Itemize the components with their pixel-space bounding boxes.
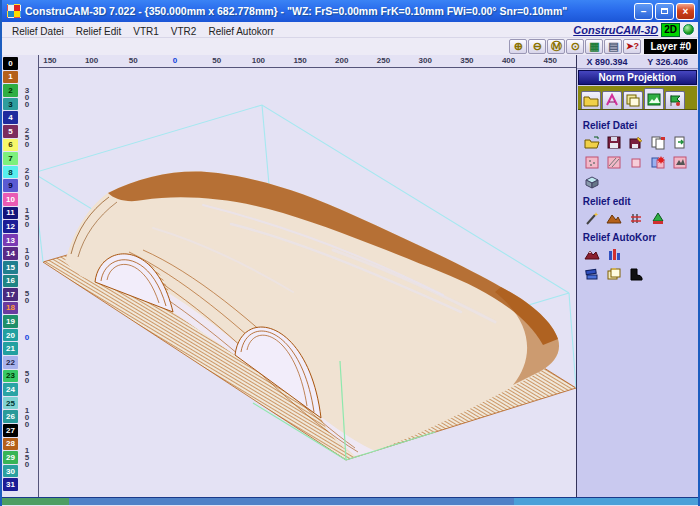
layer-color-10[interactable]: 10 — [3, 193, 18, 206]
layer-color-0[interactable]: 0 — [3, 57, 18, 70]
bars-icon[interactable] — [605, 246, 623, 262]
horizontal-ruler: 15010050050100150200250300350400450 — [39, 55, 576, 68]
layer-color-27[interactable]: 27 — [3, 424, 18, 437]
coord-x: X 890.394 — [587, 57, 628, 67]
layer-color-20[interactable]: 20 — [3, 329, 18, 342]
layer-color-21[interactable]: 21 — [3, 342, 18, 355]
save-icon[interactable] — [605, 134, 623, 150]
constru-cam-logo: ConstruCAM-3D — [573, 24, 658, 36]
drawing-canvas[interactable]: 15010050050100150200250300350400450 — [39, 55, 576, 497]
v-ruler-label: 2 0 0 — [21, 167, 33, 188]
layer-color-16[interactable]: 16 — [3, 275, 18, 288]
context-help-button[interactable]: ➤? — [623, 39, 641, 54]
v-ruler-label: 2 5 0 — [21, 127, 33, 148]
zoom-out-button[interactable]: ⊖ — [528, 39, 546, 54]
mountain-icon[interactable] — [605, 210, 623, 226]
strip-segment-mid-blue — [69, 497, 514, 505]
layer-color-23[interactable]: 23 — [3, 370, 18, 383]
relief-shrink-icon[interactable] — [671, 154, 689, 170]
panel-tab-layers-tab[interactable] — [623, 91, 643, 109]
v-ruler-label: 1 5 0 — [21, 207, 33, 228]
v-ruler-label: 1 5 0 — [21, 447, 33, 468]
layer-color-29[interactable]: 29 — [3, 451, 18, 464]
close-button[interactable]: × — [676, 3, 695, 20]
v-ruler-label: 5 0 — [21, 290, 33, 304]
menu-item-relief-edit[interactable]: Relief Edit — [70, 26, 128, 37]
relief-hatch-icon[interactable] — [605, 154, 623, 170]
zoom-all-button[interactable]: ⊙ — [566, 39, 584, 54]
cube-3d-icon[interactable] — [583, 174, 601, 190]
layer-color-9[interactable]: 9 — [3, 179, 18, 192]
mountain-red-icon[interactable] — [583, 246, 601, 262]
h-ruler-label: 450 — [535, 56, 565, 65]
menu-item-relief-datei[interactable]: Relief Datei — [6, 26, 70, 37]
zoom-marked-button[interactable]: Ⓜ — [547, 39, 565, 54]
books-icon[interactable] — [583, 266, 601, 282]
layer-color-18[interactable]: 18 — [3, 302, 18, 315]
layer-color-5[interactable]: 5 — [3, 125, 18, 138]
minimize-button[interactable]: – — [634, 3, 653, 20]
layer-color-7[interactable]: 7 — [3, 152, 18, 165]
title-bar: ConstruCAM-3D 7.022 - {350.000mm x 682.7… — [2, 0, 698, 22]
layer-color-28[interactable]: 28 — [3, 438, 18, 451]
layer-color-3[interactable]: 3 — [3, 98, 18, 111]
layer-color-15[interactable]: 15 — [3, 261, 18, 274]
hash-tool-icon[interactable] — [627, 210, 645, 226]
layer-color-30[interactable]: 30 — [3, 465, 18, 478]
layer-color-24[interactable]: 24 — [3, 383, 18, 396]
layer-color-19[interactable]: 19 — [3, 315, 18, 328]
app-window: ConstruCAM-3D 7.022 - {350.000mm x 682.7… — [0, 0, 700, 506]
v-ruler-label: 1 0 0 — [21, 247, 33, 268]
layer-color-14[interactable]: 14 — [3, 247, 18, 260]
layer-color-2[interactable]: 2 — [3, 84, 18, 97]
layer-color-8[interactable]: 8 — [3, 166, 18, 179]
panel-tab-flag-tab[interactable] — [665, 91, 685, 109]
h-ruler-label: 400 — [494, 56, 524, 65]
flag-tab-icon — [666, 93, 684, 109]
strip-segment-right-cyan — [514, 497, 698, 505]
layer-color-26[interactable]: 26 — [3, 410, 18, 423]
icon-row — [583, 174, 692, 190]
layer-color-4[interactable]: 4 — [3, 111, 18, 124]
layer-color-12[interactable]: 12 — [3, 220, 18, 233]
mode-2d-badge[interactable]: 2D — [661, 23, 680, 37]
layer-color-6[interactable]: 6 — [3, 139, 18, 152]
layer-color-25[interactable]: 25 — [3, 397, 18, 410]
zoom-in-button[interactable]: ⊕ — [509, 39, 527, 54]
menu-bar: Relief DateiRelief EditVTR1VTR2Relief Au… — [2, 22, 698, 38]
layer-color-17[interactable]: 17 — [3, 288, 18, 301]
relief-dots-icon[interactable] — [583, 154, 601, 170]
menu-item-relief-autokorr[interactable]: Relief Autokorr — [202, 26, 280, 37]
layer-color-11[interactable]: 11 — [3, 207, 18, 220]
boot-icon[interactable] — [627, 266, 645, 282]
menu-item-vtr2[interactable]: VTR2 — [165, 26, 203, 37]
open-folder-icon[interactable] — [583, 134, 601, 150]
copy-page-icon[interactable] — [649, 134, 667, 150]
menu-item-vtr1[interactable]: VTR1 — [127, 26, 165, 37]
report-button[interactable]: ▤ — [604, 39, 622, 54]
bottom-status-strip[interactable] — [2, 497, 698, 505]
zoom-in-icon: ⊕ — [514, 41, 523, 52]
screen-redraw-button[interactable]: ▦ — [585, 39, 603, 54]
restore-button[interactable] — [655, 3, 674, 20]
panel-tab-folder-tab[interactable] — [581, 91, 601, 109]
layers-tab-icon — [624, 93, 642, 109]
layer-color-22[interactable]: 22 — [3, 356, 18, 369]
layer-color-31[interactable]: 31 — [3, 478, 18, 491]
h-ruler-label: 300 — [410, 56, 440, 65]
cards-icon[interactable] — [605, 266, 623, 282]
layer-color-1[interactable]: 1 — [3, 71, 18, 84]
tree-icon[interactable] — [649, 210, 667, 226]
relief-merge-icon[interactable] — [649, 154, 667, 170]
save-as-icon[interactable] — [627, 134, 645, 150]
layer-color-13[interactable]: 13 — [3, 234, 18, 247]
relief-small-icon[interactable] — [627, 154, 645, 170]
cursor-coordinates: X 890.394 Y 326.406 — [577, 55, 698, 69]
panel-tab-image-tab[interactable] — [644, 88, 664, 109]
import-page-icon[interactable] — [671, 134, 689, 150]
panel-tab-compass-tab[interactable] — [602, 91, 622, 109]
layer-badge[interactable]: Layer #0 — [644, 39, 697, 54]
magic-wand-icon[interactable] — [583, 210, 601, 226]
report-icon: ▤ — [608, 41, 618, 52]
icon-row — [583, 210, 692, 226]
